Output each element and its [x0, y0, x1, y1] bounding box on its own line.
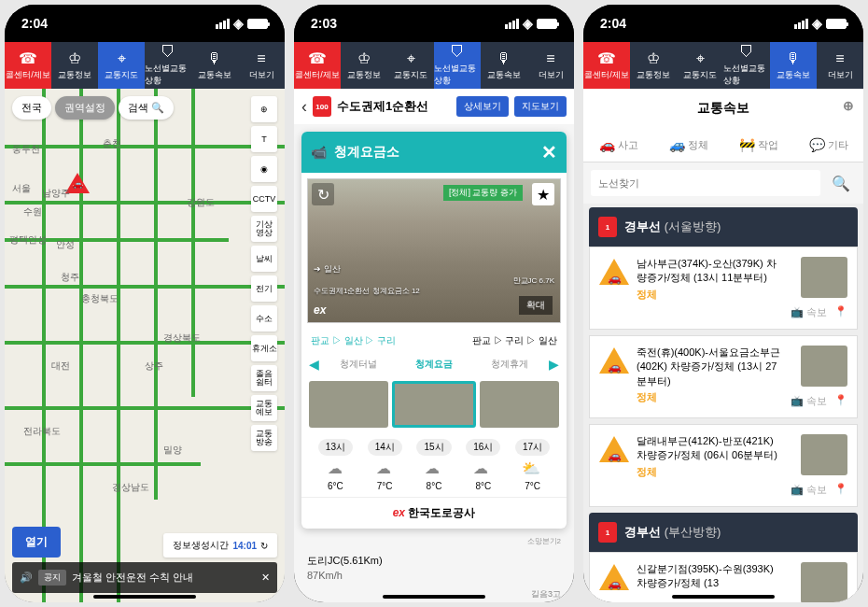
traffic-thumbnail[interactable]: [801, 434, 847, 475]
nav-item-1[interactable]: ♔교통정보: [51, 42, 98, 89]
city-label: 대전: [51, 360, 70, 373]
favorite-star-icon[interactable]: ★: [532, 183, 554, 205]
nav-item-2[interactable]: ⌖교통지도: [98, 42, 145, 89]
tab-icon: 💬: [809, 137, 825, 152]
next-arrow-icon[interactable]: ▶: [549, 357, 559, 372]
notice-bar[interactable]: 🔊 공지 겨울철 안전운전 수칙 안내 ✕: [12, 562, 277, 593]
nav-item-1[interactable]: ♔교통정보: [630, 42, 677, 89]
map-side-button-9[interactable]: 졸음 쉼터: [251, 365, 277, 391]
nav-item-2[interactable]: ⌖교통지도: [677, 42, 723, 89]
cctv-image[interactable]: ↻ [정체] 교통량 증가 ★ ➔ 일산 만교JC 6.7K 수도권제1순환선 …: [307, 178, 561, 323]
mapview-button[interactable]: 지도보기: [514, 96, 567, 117]
weather-time: 15시: [416, 439, 451, 456]
nav-icon: ⌖: [118, 50, 126, 67]
nav-item-5[interactable]: ≡더보기: [527, 42, 574, 89]
home-indicator[interactable]: [93, 595, 196, 599]
nav-item-0[interactable]: ☎콜센터/제보: [294, 42, 341, 89]
open-button[interactable]: 열기: [12, 527, 61, 558]
traffic-card[interactable]: 🚗 달래내부근(412K)-반포(421K) 차량증가/정체 (06시 06분부…: [589, 424, 858, 507]
map-side-button-7[interactable]: 수소: [251, 305, 277, 332]
close-icon[interactable]: ✕: [541, 141, 557, 163]
nav-icon: ☎: [19, 49, 37, 67]
junction-item[interactable]: 도리JC(5.61Km) 87Km/h: [294, 546, 574, 588]
route-header[interactable]: 1경부선 (서울방향): [589, 207, 858, 247]
cam-prev[interactable]: 청계터널: [323, 358, 395, 371]
traffic-list[interactable]: 1경부선 (서울방향) 🚗 남사부근(374K)-오산(379K) 차량증가/정…: [583, 204, 863, 602]
location-icon[interactable]: 📍: [834, 394, 847, 408]
expand-button[interactable]: 확대: [519, 296, 553, 315]
nav-icon: ≡: [835, 50, 844, 67]
map-side-button-1[interactable]: T: [251, 126, 277, 152]
map-side-button-8[interactable]: 휴게소: [251, 335, 277, 361]
nav-item-5[interactable]: ≡더보기: [817, 42, 863, 89]
tab-icon: 🚙: [669, 137, 685, 152]
map-side-button-10[interactable]: 교통 예보: [251, 395, 277, 421]
nav-item-4[interactable]: 🎙교통속보: [770, 42, 817, 89]
info-generation-time[interactable]: 정보생성시간 14:01 ↻: [163, 533, 277, 558]
city-label: 전라북도: [23, 425, 61, 438]
traffic-thumbnail[interactable]: [801, 562, 847, 602]
location-icon[interactable]: 📍: [834, 483, 847, 497]
cctv-thumbnail-active[interactable]: [392, 381, 477, 428]
tab-icon: 🚗: [599, 137, 615, 152]
location-icon[interactable]: 📍: [834, 305, 847, 319]
news-icon[interactable]: 📺 속보: [791, 394, 827, 408]
cctv-thumbnail[interactable]: [309, 381, 388, 428]
nav-item-5[interactable]: ≡더보기: [238, 42, 285, 89]
nav-item-0[interactable]: ☎콜센터/제보: [5, 42, 51, 89]
nav-item-3[interactable]: ⛉노선별교통상황: [434, 42, 481, 89]
pill-search[interactable]: 검색 🔍: [119, 96, 174, 120]
traffic-description: 신갈분기점(395K)-수원(393K) 차량증가/정체 (13: [637, 562, 783, 591]
city-label: 상주: [145, 360, 163, 373]
nav-item-2[interactable]: ⌖교통지도: [387, 42, 434, 89]
traffic-thumbnail[interactable]: [801, 257, 847, 298]
map-side-button-3[interactable]: CCTV: [251, 186, 277, 212]
camera-icon: 📹: [311, 145, 327, 160]
nav-item-1[interactable]: ♔교통정보: [341, 42, 387, 89]
refresh-icon[interactable]: ↻: [312, 183, 334, 205]
prev-arrow-icon[interactable]: ◀: [309, 357, 319, 372]
map-side-button-0[interactable]: ⊕: [251, 96, 277, 122]
map-background[interactable]: 🚗 춘천 강원도 충청북도 경상북도 대전 상주 밀양 전라북도 경상남도 남양…: [5, 89, 285, 602]
map-side-button-6[interactable]: 전기: [251, 275, 277, 302]
news-icon[interactable]: 📺 속보: [791, 305, 827, 319]
cam-next[interactable]: 청계휴게: [473, 358, 545, 371]
close-icon[interactable]: ✕: [261, 572, 270, 584]
nav-item-3[interactable]: ⛉노선별교통상황: [145, 42, 191, 89]
clock: 2:04: [21, 16, 48, 31]
tab-정체[interactable]: 🚙정체: [653, 128, 723, 162]
weather-icons: ☁ ☁ ☁ ☁ ⛅: [301, 458, 567, 479]
tab-사고[interactable]: 🚗사고: [583, 128, 653, 162]
nav-item-4[interactable]: 🎙교통속보: [481, 42, 527, 89]
news-icon[interactable]: 📺 속보: [791, 483, 827, 497]
map-side-button-4[interactable]: 기상 영상: [251, 216, 277, 242]
traffic-thumbnail[interactable]: [801, 346, 847, 387]
home-indicator[interactable]: [383, 595, 485, 599]
cam-current[interactable]: 청계요금: [399, 358, 470, 371]
tab-기타[interactable]: 💬기타: [793, 128, 863, 162]
map-side-button-2[interactable]: ◉: [251, 156, 277, 182]
cctv-thumbnail[interactable]: [480, 381, 559, 428]
locate-icon[interactable]: ⊕: [843, 98, 854, 113]
pill-region[interactable]: 권역설정: [55, 96, 115, 120]
status-bar: 2:04 ◈: [5, 5, 285, 42]
search-icon[interactable]: 🔍: [826, 170, 856, 196]
nav-item-4[interactable]: 🎙교통속보: [191, 42, 238, 89]
detail-button[interactable]: 상세보기: [456, 96, 509, 117]
city-label: 강원도: [187, 196, 215, 209]
traffic-card[interactable]: 🚗 죽전(휴)(400K)-서울요금소부근(402K) 차량증가/정체 (13시…: [589, 335, 858, 418]
tab-작업[interactable]: 🚧작업: [723, 128, 793, 162]
search-input[interactable]: [591, 170, 820, 196]
pill-nationwide[interactable]: 전국: [12, 96, 51, 120]
route-header[interactable]: 1경부선 (부산방향): [589, 513, 858, 552]
back-arrow-icon[interactable]: ‹: [301, 97, 307, 117]
map-side-button-11[interactable]: 교통 방송: [251, 425, 277, 451]
nav-item-3[interactable]: ⛉노선별교통상황: [723, 42, 770, 89]
status-icons: ◈: [216, 16, 268, 31]
battery-icon: [537, 19, 557, 29]
nav-item-0[interactable]: ☎콜센터/제보: [583, 42, 630, 89]
home-indicator[interactable]: [672, 595, 775, 599]
status-bar: 2:03 ◈: [294, 5, 574, 42]
map-side-button-5[interactable]: 날씨: [251, 246, 277, 272]
traffic-card[interactable]: 🚗 남사부근(374K)-오산(379K) 차량증가/정체 (13시 11분부터…: [589, 247, 858, 330]
